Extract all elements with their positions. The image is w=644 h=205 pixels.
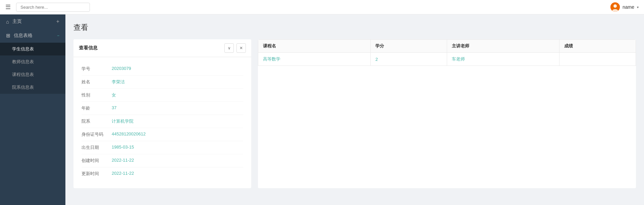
info-label: 学号	[82, 66, 112, 72]
info-label: 出生日期	[82, 145, 112, 151]
info-row: 年龄37	[82, 102, 243, 115]
home-icon: ⌂	[6, 19, 9, 25]
sidebar-sub-label-2: 课程信息表	[12, 72, 34, 78]
info-row: 更新时间2022-11-22	[82, 167, 243, 180]
sidebar-sub-label-0: 学生信息表	[12, 46, 34, 52]
info-label: 创建时间	[82, 158, 112, 164]
sidebar-sub-label-1: 教师信息表	[12, 59, 34, 65]
info-value: 李荣洁	[112, 79, 125, 85]
sidebar-item-course-table[interactable]: 课程信息表	[0, 68, 65, 81]
table-cell	[559, 53, 636, 66]
sidebar-item-student-table[interactable]: 学生信息表	[0, 43, 65, 55]
info-row: 身份证号码44528120020612	[82, 128, 243, 141]
table-column-header: 成绩	[559, 40, 636, 53]
username-label: name	[623, 4, 634, 10]
main-content: 查看 查看信息 ∨ ✕ 学号20203079姓名李荣洁性别女年龄37院系计算机学…	[65, 14, 644, 205]
navbar: ☰ name ▾	[0, 0, 644, 14]
grid-icon: ⊞	[6, 33, 10, 39]
info-label: 更新时间	[82, 171, 112, 177]
info-row: 姓名李荣洁	[82, 76, 243, 89]
sidebar-group-info-tables: ⊞ 信息表格 − 学生信息表 教师信息表 课程信息表 院系信息表	[0, 29, 65, 94]
info-row: 性别女	[82, 89, 243, 102]
user-menu[interactable]: name ▾	[610, 2, 639, 12]
info-card-actions: ∨ ✕	[224, 43, 246, 53]
svg-point-1	[613, 4, 617, 8]
table-cell: 2	[371, 53, 447, 66]
sidebar-item-department-table[interactable]: 院系信息表	[0, 81, 65, 94]
table-row: 高等数学2车老师	[258, 53, 636, 66]
info-card-header: 查看信息 ∨ ✕	[73, 39, 251, 57]
layout: ⌂ 主页 + ⊞ 信息表格 − 学生信息表 教师信息表 课程信息表	[0, 14, 644, 205]
info-card-title: 查看信息	[79, 45, 224, 51]
table-column-header: 主讲老师	[447, 40, 559, 53]
add-icon[interactable]: +	[56, 18, 59, 25]
info-row: 院系计算机学院	[82, 115, 243, 128]
sidebar-group-header-info-tables[interactable]: ⊞ 信息表格 −	[0, 29, 65, 43]
sidebar-home-label: 主页	[12, 18, 56, 25]
sidebar: ⌂ 主页 + ⊞ 信息表格 − 学生信息表 教师信息表 课程信息表	[0, 14, 65, 205]
info-row: 创建时间2022-11-22	[82, 154, 243, 167]
info-label: 身份证号码	[82, 131, 112, 137]
collapse-icon: −	[57, 33, 59, 38]
sidebar-sub-items: 学生信息表 教师信息表 课程信息表 院系信息表	[0, 43, 65, 94]
table-cell: 高等数学	[258, 53, 371, 66]
sidebar-item-teacher-table[interactable]: 教师信息表	[0, 55, 65, 68]
info-value: 计算机学院	[112, 118, 133, 124]
collapse-card-button[interactable]: ∨	[224, 43, 234, 53]
sidebar-sub-label-3: 院系信息表	[12, 84, 34, 90]
info-value: 女	[112, 92, 116, 98]
sidebar-info-tables-label: 信息表格	[14, 33, 57, 39]
info-value: 37	[112, 105, 116, 110]
table-column-header: 课程名	[258, 40, 371, 53]
course-table-card: 课程名学分主讲老师成绩 高等数学2车老师	[258, 39, 636, 188]
info-value: 2022-11-22	[112, 158, 134, 163]
info-card-body: 学号20203079姓名李荣洁性别女年龄37院系计算机学院身份证号码445281…	[73, 57, 251, 188]
info-card: 查看信息 ∨ ✕ 学号20203079姓名李荣洁性别女年龄37院系计算机学院身份…	[73, 39, 251, 188]
dropdown-caret-icon: ▾	[637, 5, 639, 9]
info-label: 姓名	[82, 79, 112, 85]
close-card-button[interactable]: ✕	[236, 43, 246, 53]
info-row: 出生日期1985-03-15	[82, 141, 243, 154]
info-label: 院系	[82, 118, 112, 124]
course-table: 课程名学分主讲老师成绩 高等数学2车老师	[258, 39, 636, 66]
avatar	[610, 2, 620, 12]
table-cell: 车老师	[447, 53, 559, 66]
info-row: 学号20203079	[82, 63, 243, 76]
info-label: 年龄	[82, 105, 112, 111]
info-value: 2022-11-22	[112, 171, 134, 176]
info-label: 性别	[82, 92, 112, 98]
sidebar-item-home[interactable]: ⌂ 主页 +	[0, 14, 65, 29]
table-column-header: 学分	[371, 40, 447, 53]
page-title: 查看	[73, 23, 636, 33]
menu-icon[interactable]: ☰	[5, 3, 11, 11]
info-value: 1985-03-15	[112, 145, 134, 150]
search-input[interactable]	[16, 3, 90, 12]
content-row: 查看信息 ∨ ✕ 学号20203079姓名李荣洁性别女年龄37院系计算机学院身份…	[73, 39, 636, 188]
info-value: 44528120020612	[112, 131, 146, 136]
info-value: 20203079	[112, 66, 131, 71]
